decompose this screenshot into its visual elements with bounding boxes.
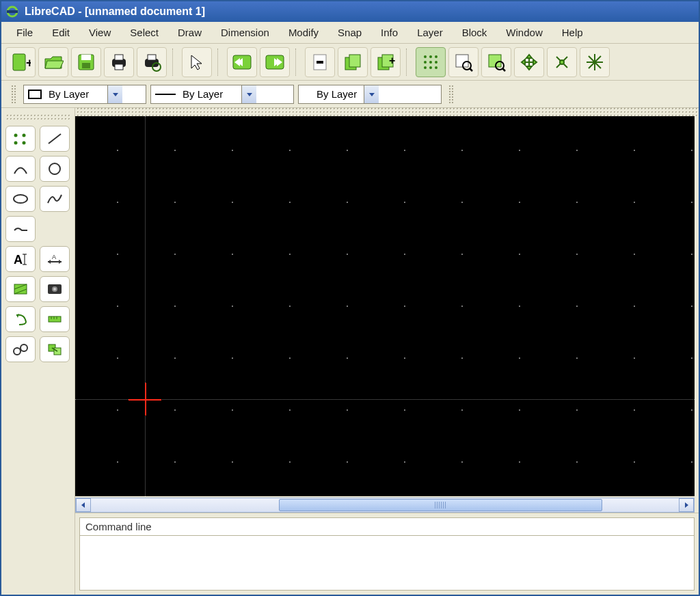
print-button[interactable] — [104, 47, 134, 77]
scroll-track[interactable] — [91, 499, 679, 511]
menu-view[interactable]: View — [79, 23, 120, 42]
svg-rect-11 — [148, 55, 156, 60]
svg-rect-34 — [489, 55, 501, 67]
undo-button[interactable] — [227, 47, 257, 77]
svg-text:+: + — [389, 55, 395, 66]
menu-modify[interactable]: Modify — [279, 23, 328, 42]
paste-layer-button[interactable]: + — [371, 47, 401, 77]
polyline-tool[interactable] — [5, 216, 36, 242]
edit-block-tool[interactable] — [40, 336, 70, 362]
svg-rect-1 — [7, 10, 18, 13]
scroll-right-button[interactable] — [679, 498, 694, 512]
menu-layer[interactable]: Layer — [407, 23, 453, 42]
grip-icon[interactable] — [11, 85, 16, 104]
svg-point-25 — [424, 61, 427, 64]
delete-button[interactable] — [305, 47, 335, 77]
toolbar-separator — [295, 49, 299, 76]
print-preview-button[interactable] — [137, 47, 167, 77]
toolbar-separator — [172, 49, 176, 76]
pan-in-button[interactable] — [514, 47, 544, 77]
draw-toolbox: A A — [1, 108, 75, 595]
svg-rect-2 — [13, 54, 25, 70]
dropdown-arrow-icon[interactable] — [241, 85, 256, 103]
block-tool[interactable] — [5, 336, 36, 362]
image-tool[interactable] — [40, 276, 70, 302]
linetype-sample-icon — [155, 94, 176, 95]
svg-rect-51 — [14, 284, 27, 294]
svg-point-38 — [14, 134, 18, 137]
new-button[interactable]: + — [5, 47, 36, 77]
menu-select[interactable]: Select — [120, 23, 168, 42]
svg-point-40 — [14, 141, 18, 145]
grip-icon[interactable] — [448, 85, 454, 104]
points-tool[interactable] — [5, 126, 36, 152]
cursor-button[interactable] — [182, 47, 212, 77]
canvas-grip-icon[interactable] — [75, 108, 699, 116]
properties-bar: By Layer By Layer By Layer — [1, 81, 699, 108]
dropdown-arrow-icon[interactable] — [364, 85, 379, 103]
canvas-wrap: Command line — [75, 108, 699, 595]
copy-layer-button[interactable] — [338, 47, 368, 77]
dropdown-arrow-icon[interactable] — [107, 85, 122, 103]
color-selector[interactable]: By Layer — [23, 85, 146, 104]
window-title: LibreCAD - [unnamed document 1] — [25, 5, 205, 18]
svg-point-37 — [560, 60, 564, 64]
svg-line-33 — [470, 68, 472, 71]
svg-text:+: + — [26, 56, 31, 70]
svg-point-61 — [14, 348, 21, 355]
scroll-thumb[interactable] — [279, 499, 602, 511]
menu-bar: File Edit View Select Draw Dimension Mod… — [1, 22, 699, 44]
zoom-window-button[interactable] — [448, 47, 479, 77]
hatch-tool[interactable] — [5, 276, 36, 302]
svg-point-29 — [429, 66, 432, 69]
circle-tool[interactable] — [40, 156, 70, 182]
lineweight-selector[interactable]: By Layer — [298, 85, 442, 104]
svg-rect-57 — [49, 316, 61, 322]
svg-rect-31 — [456, 55, 468, 67]
dimension-tool[interactable]: A — [40, 246, 70, 272]
menu-dimension[interactable]: Dimension — [211, 23, 279, 42]
menu-info[interactable]: Info — [371, 23, 407, 42]
svg-point-56 — [53, 288, 56, 290]
menu-edit[interactable]: Edit — [42, 23, 79, 42]
move-tool[interactable] — [5, 306, 36, 332]
ellipse-tool[interactable] — [5, 186, 36, 212]
toolbar-separator — [217, 49, 221, 76]
drawing-canvas[interactable] — [75, 116, 695, 496]
redo-button[interactable] — [260, 47, 290, 77]
svg-point-28 — [424, 66, 427, 69]
spline-tool[interactable] — [40, 186, 70, 212]
arc-tool[interactable] — [5, 156, 36, 182]
line-tool[interactable] — [40, 126, 70, 152]
command-line-label: Command line — [79, 517, 695, 536]
linetype-selector[interactable]: By Layer — [150, 85, 294, 104]
open-button[interactable] — [38, 47, 68, 77]
color-selector-label: By Layer — [46, 88, 107, 100]
svg-rect-8 — [115, 55, 123, 60]
axis-vertical — [145, 116, 146, 496]
svg-point-43 — [49, 163, 60, 174]
grid-overlay — [75, 116, 695, 496]
menu-block[interactable]: Block — [453, 23, 497, 42]
pan-free-button[interactable] — [580, 47, 610, 77]
grid-toggle-button[interactable] — [416, 47, 446, 77]
command-line-input[interactable] — [79, 536, 695, 591]
svg-line-36 — [502, 68, 505, 71]
text-tool[interactable]: A — [5, 246, 36, 272]
svg-point-41 — [23, 141, 26, 145]
zoom-extents-button[interactable] — [481, 47, 511, 77]
menu-help[interactable]: Help — [552, 23, 593, 42]
svg-rect-16 — [317, 61, 323, 64]
pan-out-button[interactable] — [547, 47, 577, 77]
svg-point-30 — [435, 66, 438, 69]
menu-file[interactable]: File — [7, 23, 42, 42]
horizontal-scrollbar[interactable] — [75, 498, 695, 513]
measure-tool[interactable] — [40, 306, 70, 332]
menu-window[interactable]: Window — [496, 23, 552, 42]
scroll-left-button[interactable] — [76, 498, 91, 512]
menu-snap[interactable]: Snap — [328, 23, 371, 42]
toolbox-grip-icon[interactable] — [5, 113, 70, 120]
color-swatch-icon — [28, 90, 42, 99]
menu-draw[interactable]: Draw — [168, 23, 211, 42]
save-button[interactable] — [71, 47, 101, 77]
